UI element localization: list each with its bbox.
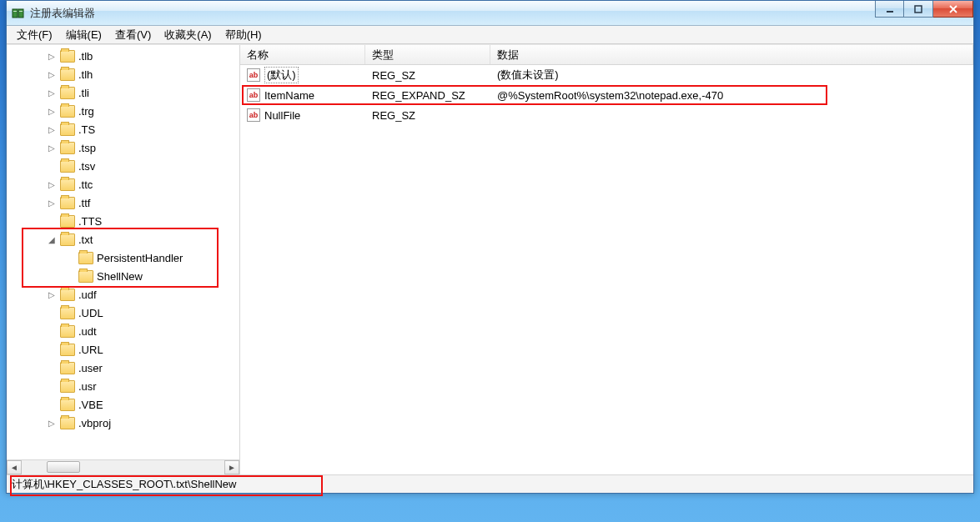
tree-item-label: .TS <box>78 123 95 136</box>
cell-name: ItemName <box>240 88 365 102</box>
tree-item[interactable]: .usr <box>40 377 239 395</box>
minimize-button[interactable] <box>875 1 904 18</box>
folder-icon <box>60 160 75 173</box>
menu-favorites[interactable]: 收藏夹(A) <box>158 26 218 44</box>
tree-item-label: .tsv <box>78 160 95 173</box>
list-row[interactable]: NullFileREG_SZ <box>240 105 973 125</box>
folder-icon <box>60 307 75 319</box>
tree-item-label: .tli <box>78 87 89 99</box>
expander-icon[interactable]: ▷ <box>47 198 57 208</box>
expander-icon[interactable] <box>47 161 57 171</box>
tree-item-label: .ttf <box>78 197 90 209</box>
expander-icon[interactable]: ▷ <box>47 88 57 98</box>
tree-item[interactable]: ▷.udf <box>40 285 239 304</box>
tree-item[interactable]: ▷.vbproj <box>40 414 239 432</box>
scroll-right-arrow[interactable]: ► <box>224 460 239 474</box>
expander-icon[interactable]: ▷ <box>47 69 57 79</box>
folder-icon <box>60 417 75 429</box>
cell-name: (默认) <box>240 67 365 83</box>
expander-icon[interactable]: ▷ <box>47 179 57 189</box>
tree-item-label: ShellNew <box>97 270 143 283</box>
string-value-icon <box>247 88 260 102</box>
tree-item-label: .tlh <box>78 68 93 81</box>
expander-icon[interactable]: ▷ <box>47 51 57 61</box>
svg-rect-5 <box>915 6 922 13</box>
expander-icon[interactable] <box>65 271 75 281</box>
tree-item[interactable]: ▷.trg <box>40 102 239 120</box>
expander-icon[interactable] <box>47 399 57 409</box>
scroll-left-arrow[interactable]: ◄ <box>7 460 22 474</box>
tree-item-label: .URL <box>78 344 103 356</box>
tree: ▷.tlb▷.tlh▷.tli▷.trg▷.TS▷.tsp.tsv▷.ttc▷.… <box>7 45 239 432</box>
tree-item[interactable]: .udt <box>40 322 239 340</box>
tree-item[interactable]: ▷.tli <box>40 83 239 102</box>
tree-item-label: .udt <box>78 325 97 338</box>
expander-icon[interactable] <box>47 326 57 336</box>
close-button[interactable] <box>933 1 973 18</box>
svg-rect-3 <box>19 11 23 12</box>
tree-item[interactable]: .VBE <box>40 395 239 414</box>
folder-icon <box>60 142 75 154</box>
tree-item[interactable]: ◢.txt <box>40 230 239 248</box>
tree-item[interactable]: .TTS <box>40 212 239 230</box>
window-title: 注册表编辑器 <box>30 6 95 21</box>
app-icon <box>12 7 25 20</box>
menu-help[interactable]: 帮助(H) <box>219 26 269 44</box>
tree-item-label: .UDL <box>78 307 103 319</box>
folder-icon <box>60 344 75 356</box>
tree-item-label: .tlb <box>78 50 93 63</box>
tree-item[interactable]: ▷.TS <box>40 120 239 138</box>
expander-icon[interactable] <box>47 308 57 318</box>
list-row[interactable]: (默认)REG_SZ(数值未设置) <box>240 65 973 85</box>
column-header-data[interactable]: 数据 <box>490 45 973 64</box>
scroll-thumb[interactable] <box>47 461 80 473</box>
expander-icon[interactable] <box>47 216 57 226</box>
tree-item[interactable]: .URL <box>40 340 239 359</box>
folder-icon <box>60 325 75 338</box>
tree-item[interactable]: .UDL <box>40 304 239 322</box>
cell-data: (数值未设置) <box>490 68 973 83</box>
tree-item[interactable]: ▷.tlb <box>40 47 239 65</box>
titlebar[interactable]: 注册表编辑器 <box>7 1 973 26</box>
expander-icon[interactable]: ▷ <box>47 124 57 134</box>
column-header-type[interactable]: 类型 <box>365 45 490 64</box>
expander-icon[interactable]: ▷ <box>47 106 57 116</box>
tree-item[interactable]: ▷.tsp <box>40 138 239 157</box>
tree-item-label: .vbproj <box>78 417 111 429</box>
folder-icon <box>60 105 75 118</box>
menu-file[interactable]: 文件(F) <box>10 26 59 44</box>
list-header: 名称 类型 数据 <box>240 45 973 65</box>
expander-icon[interactable] <box>47 363 57 373</box>
menu-edit[interactable]: 编辑(E) <box>59 26 108 44</box>
expander-icon[interactable] <box>47 381 57 391</box>
expander-icon[interactable]: ▷ <box>47 418 57 428</box>
list-row[interactable]: ItemNameREG_EXPAND_SZ@%SystemRoot%\syste… <box>240 85 973 105</box>
tree-scroll[interactable]: ▷.tlb▷.tlh▷.tli▷.trg▷.TS▷.tsp.tsv▷.ttc▷.… <box>7 45 239 459</box>
value-name: ItemName <box>264 89 314 102</box>
cell-type: REG_SZ <box>365 109 490 122</box>
column-header-name[interactable]: 名称 <box>240 45 365 64</box>
expander-icon[interactable] <box>47 344 57 354</box>
expander-icon[interactable]: ▷ <box>47 143 57 153</box>
expander-icon[interactable]: ◢ <box>47 234 57 244</box>
scroll-track[interactable] <box>22 460 224 474</box>
tree-item-label: .TTS <box>78 215 102 228</box>
maximize-button[interactable] <box>904 1 933 18</box>
tree-item-label: PersistentHandler <box>97 252 183 264</box>
tree-item[interactable]: ShellNew <box>40 267 239 285</box>
window-controls <box>875 1 973 18</box>
tree-item[interactable]: ▷.tlh <box>40 65 239 83</box>
tree-item[interactable]: ▷.ttf <box>40 193 239 212</box>
expander-icon[interactable] <box>65 253 75 263</box>
value-name: NullFile <box>264 109 300 122</box>
tree-item[interactable]: ▷.ttc <box>40 175 239 193</box>
tree-item[interactable]: .tsv <box>40 157 239 175</box>
svg-rect-1 <box>18 9 23 18</box>
tree-horizontal-scrollbar[interactable]: ◄ ► <box>7 459 239 474</box>
list-body[interactable]: (默认)REG_SZ(数值未设置)ItemNameREG_EXPAND_SZ@%… <box>240 65 973 474</box>
tree-item[interactable]: .user <box>40 359 239 377</box>
menu-view[interactable]: 查看(V) <box>108 26 158 44</box>
tree-item[interactable]: PersistentHandler <box>40 248 239 267</box>
folder-icon <box>60 362 75 374</box>
expander-icon[interactable]: ▷ <box>47 289 57 299</box>
